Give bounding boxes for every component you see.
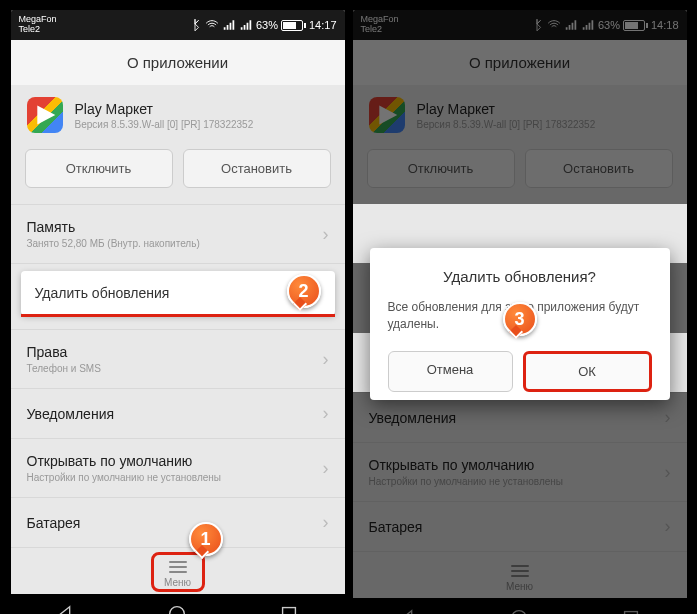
nav-recent-icon[interactable] (278, 603, 300, 614)
dialog-ok-button[interactable]: ОК (523, 351, 652, 392)
app-header: Play Маркет Версия 8.5.39.W-all [0] [PR]… (11, 85, 345, 145)
row-notifications[interactable]: Уведомления › (11, 388, 345, 438)
chevron-right-icon: › (323, 458, 329, 479)
dialog-cancel-button[interactable]: Отмена (388, 351, 513, 392)
clock: 14:17 (309, 19, 337, 31)
callout-2: 2 (287, 274, 321, 308)
svg-point-0 (170, 607, 185, 614)
dialog-title: Удалить обновления? (388, 268, 652, 285)
row-rights[interactable]: Права Телефон и SMS › (11, 329, 345, 388)
chevron-right-icon: › (323, 512, 329, 533)
chevron-right-icon: › (323, 403, 329, 424)
menu-button[interactable]: Меню (148, 556, 207, 590)
highlight-underline (21, 314, 335, 317)
row-open-default[interactable]: Открывать по умолчанию Настройки по умол… (11, 438, 345, 497)
row-battery[interactable]: Батарея › (11, 497, 345, 547)
delete-updates-label: Удалить обновления (35, 285, 170, 301)
chevron-right-icon: › (323, 349, 329, 370)
bluetooth-icon (188, 18, 202, 32)
chevron-right-icon: › (323, 224, 329, 245)
app-version: Версия 8.5.39.W-all [0] [PR] 178322352 (75, 119, 329, 130)
battery-icon (281, 20, 303, 31)
wifi-icon (205, 18, 219, 32)
stop-button[interactable]: Остановить (183, 149, 331, 188)
nav-back-icon[interactable] (55, 603, 77, 614)
android-navbar (11, 594, 345, 614)
carrier-2: Tele2 (19, 25, 57, 35)
phone-left: MegaFon Tele2 63% 14:17 О приложении Pla… (11, 10, 345, 614)
status-bar: MegaFon Tele2 63% 14:17 (11, 10, 345, 40)
row-memory[interactable]: Память Занято 52,80 МБ (Внутр. накопител… (11, 204, 345, 263)
play-store-icon (27, 97, 63, 133)
nav-home-icon[interactable] (166, 603, 188, 614)
page-title: О приложении (11, 40, 345, 85)
app-name: Play Маркет (75, 101, 329, 117)
signal-2-icon (239, 18, 253, 32)
callout-3: 3 (503, 302, 537, 336)
callout-1: 1 (189, 522, 223, 556)
disable-button[interactable]: Отключить (25, 149, 173, 188)
hamburger-icon (169, 558, 187, 576)
battery-pct: 63% (256, 19, 278, 31)
svg-rect-1 (282, 608, 295, 614)
signal-1-icon (222, 18, 236, 32)
phone-right: MegaFon Tele2 63% 14:18 О приложении Pla… (353, 10, 687, 614)
